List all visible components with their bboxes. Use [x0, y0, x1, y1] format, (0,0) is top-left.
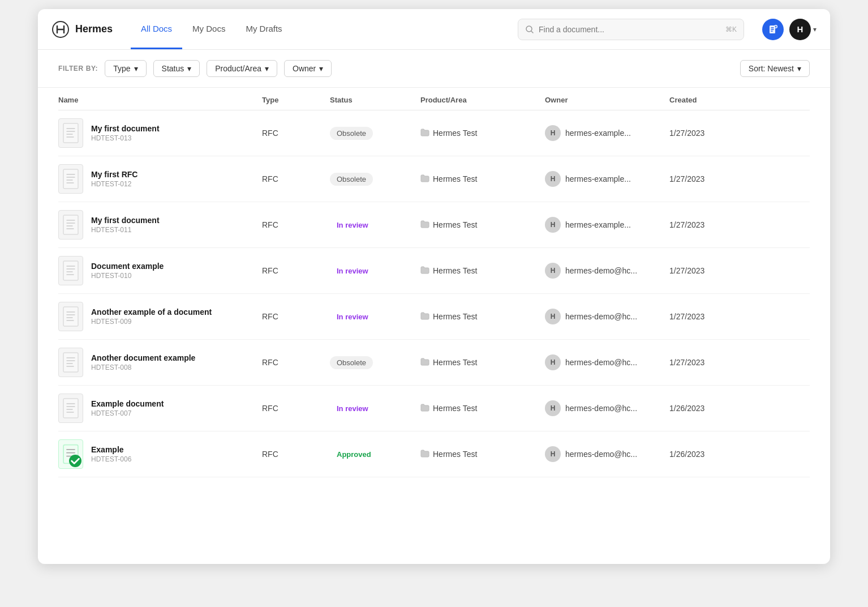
table-row[interactable]: Example HDTEST-006 RFC Approved Hermes T… [58, 431, 810, 477]
owner-name: hermes-demo@hc... [565, 312, 637, 321]
app-name: Hermes [75, 23, 113, 35]
doc-owner: H hermes-demo@hc... [545, 446, 669, 462]
table-row[interactable]: Another document example HDTEST-008 RFC … [58, 340, 810, 386]
doc-info: My first document HDTEST-011 [91, 216, 160, 234]
doc-product: Hermes Test [420, 404, 545, 413]
header: Hermes All Docs My Docs My Drafts ⌘K [38, 9, 830, 50]
doc-title: My first document [91, 124, 160, 133]
doc-id: HDTEST-011 [91, 226, 160, 234]
doc-thumbnail [58, 302, 83, 331]
doc-info: Document example HDTEST-010 [91, 262, 164, 280]
status-badge: In review [330, 219, 375, 232]
status-badge: In review [330, 310, 375, 323]
doc-type: RFC [262, 404, 330, 413]
doc-type: RFC [262, 220, 330, 229]
doc-type: RFC [262, 129, 330, 138]
folder-icon [420, 358, 429, 367]
folder-icon [420, 404, 429, 413]
col-created: Created [669, 96, 737, 104]
col-status: Status [330, 96, 420, 104]
doc-status: Obsolete [330, 173, 420, 186]
tab-my-drafts[interactable]: My Drafts [235, 9, 292, 49]
owner-name: hermes-demo@hc... [565, 266, 637, 275]
nav-tabs: All Docs My Docs My Drafts [131, 9, 293, 49]
product-name: Hermes Test [433, 404, 477, 413]
doc-title: Example [91, 445, 131, 454]
table-row[interactable]: My first RFC HDTEST-012 RFC Obsolete Her… [58, 156, 810, 202]
table-row[interactable]: My first document HDTEST-011 RFC In revi… [58, 202, 810, 248]
owner-name: hermes-demo@hc... [565, 358, 637, 367]
owner-avatar: H [545, 171, 561, 187]
doc-cell: Example HDTEST-006 [58, 439, 262, 469]
owner-name: hermes-demo@hc... [565, 404, 637, 413]
filter-product-button[interactable]: Product/Area ▾ [207, 60, 277, 77]
filter-type-button[interactable]: Type ▾ [105, 60, 146, 77]
filter-owner-button[interactable]: Owner ▾ [284, 60, 332, 77]
doc-status: In review [330, 264, 420, 277]
doc-thumbnail [58, 256, 83, 285]
owner-avatar: H [545, 400, 561, 416]
sort-button[interactable]: Sort: Newest ▾ [740, 60, 810, 77]
doc-created: 1/26/2023 [669, 450, 737, 459]
header-actions: H ▾ [762, 19, 817, 40]
doc-product: Hermes Test [420, 220, 545, 230]
search-shortcut: ⌘K [725, 25, 737, 33]
chevron-down-icon: ▾ [265, 64, 269, 73]
doc-cell: Another document example HDTEST-008 [58, 348, 262, 377]
doc-created: 1/27/2023 [669, 312, 737, 321]
owner-avatar: H [545, 354, 561, 370]
status-badge: Approved [330, 448, 378, 461]
status-badge: In review [330, 264, 375, 277]
svg-rect-8 [63, 307, 78, 326]
product-name: Hermes Test [433, 358, 477, 367]
user-avatar[interactable]: H [789, 19, 811, 40]
user-menu[interactable]: H ▾ [789, 19, 817, 40]
doc-cell: Example document HDTEST-007 [58, 394, 262, 423]
owner-avatar: H [545, 263, 561, 279]
doc-owner: H hermes-demo@hc... [545, 400, 669, 416]
status-badge: Obsolete [330, 173, 373, 186]
status-badge: Obsolete [330, 127, 373, 140]
doc-status: In review [330, 219, 420, 232]
doc-info: My first RFC HDTEST-012 [91, 170, 137, 188]
doc-product: Hermes Test [420, 312, 545, 322]
doc-id: HDTEST-012 [91, 180, 137, 188]
new-doc-button[interactable] [762, 19, 784, 40]
tab-all-docs[interactable]: All Docs [131, 9, 182, 49]
table-row[interactable]: Example document HDTEST-007 RFC In revie… [58, 386, 810, 431]
doc-status: Approved [330, 448, 420, 461]
svg-rect-7 [63, 261, 78, 280]
table-row[interactable]: Another example of a document HDTEST-009… [58, 294, 810, 340]
search-input[interactable] [539, 25, 721, 34]
table-row[interactable]: My first document HDTEST-013 RFC Obsolet… [58, 110, 810, 156]
folder-icon [420, 220, 429, 230]
doc-thumbnail [58, 210, 83, 240]
doc-cell: My first document HDTEST-013 [58, 118, 262, 148]
logo-area: Hermes [51, 20, 113, 39]
doc-title: My first RFC [91, 170, 137, 179]
chevron-down-icon: ▾ [319, 64, 323, 73]
filter-status-button[interactable]: Status ▾ [153, 60, 200, 77]
doc-title: Document example [91, 262, 164, 271]
doc-status: In review [330, 310, 420, 323]
doc-owner: H hermes-demo@hc... [545, 309, 669, 324]
owner-avatar: H [545, 217, 561, 233]
doc-created: 1/26/2023 [669, 404, 737, 413]
status-badge: Obsolete [330, 356, 373, 369]
doc-thumbnail [58, 394, 83, 423]
doc-created: 1/27/2023 [669, 266, 737, 275]
search-bar[interactable]: ⌘K [518, 19, 744, 40]
doc-product: Hermes Test [420, 174, 545, 184]
chevron-down-icon: ▾ [134, 64, 138, 73]
product-name: Hermes Test [433, 312, 477, 321]
tab-my-docs[interactable]: My Docs [182, 9, 235, 49]
doc-status: Obsolete [330, 356, 420, 369]
col-owner: Owner [545, 96, 669, 104]
filter-bar: FILTER BY: Type ▾ Status ▾ Product/Area … [38, 50, 830, 88]
chevron-down-icon: ▾ [797, 64, 801, 73]
doc-product: Hermes Test [420, 358, 545, 367]
svg-rect-4 [63, 123, 78, 143]
table-row[interactable]: Document example HDTEST-010 RFC In revie… [58, 248, 810, 294]
doc-type: RFC [262, 358, 330, 367]
svg-rect-6 [63, 215, 78, 234]
